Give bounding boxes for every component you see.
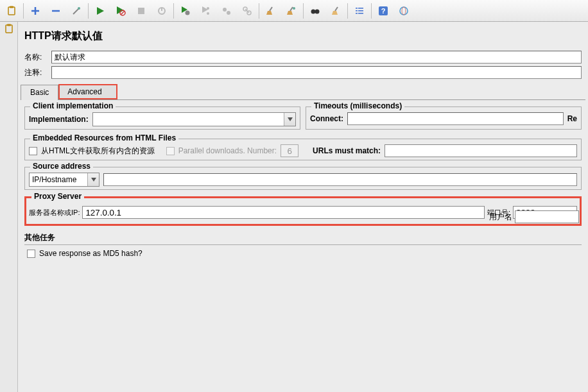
remove-icon[interactable] xyxy=(46,2,65,20)
urls-match-input[interactable] xyxy=(385,144,577,157)
svg-marker-7 xyxy=(97,7,104,15)
embedded-section: Embedded Resources from HTML Files 从HTML… xyxy=(24,139,582,160)
gears-icon[interactable] xyxy=(217,2,236,20)
svg-line-26 xyxy=(290,7,293,11)
svg-point-29 xyxy=(311,9,316,13)
tab-advanced[interactable]: Advanced xyxy=(58,84,117,99)
chevron-down-icon xyxy=(284,113,295,126)
connect-input[interactable] xyxy=(347,112,564,125)
link-icon[interactable] xyxy=(238,2,257,20)
name-label: 名称: xyxy=(24,52,51,63)
md5-checkbox[interactable] xyxy=(27,250,35,258)
svg-point-41 xyxy=(400,7,408,15)
svg-line-31 xyxy=(335,7,338,11)
parallel-downloads-checkbox xyxy=(166,147,175,155)
svg-point-17 xyxy=(207,7,209,10)
svg-text:?: ? xyxy=(381,7,386,15)
main-toolbar: ? xyxy=(0,0,588,22)
play-cluster-icon[interactable] xyxy=(196,2,216,20)
retrieve-resources-checkbox[interactable] xyxy=(29,147,37,155)
svg-point-28 xyxy=(293,7,295,10)
name-input[interactable] xyxy=(51,51,582,64)
svg-point-42 xyxy=(402,7,406,15)
panel-title: HTTP请求默认值 xyxy=(21,26,585,49)
comment-label: 注释: xyxy=(24,67,51,78)
parallel-number-input xyxy=(281,144,298,157)
stop-icon[interactable] xyxy=(132,2,151,20)
svg-point-20 xyxy=(227,11,230,15)
svg-point-18 xyxy=(207,12,209,15)
clipboard-icon[interactable] xyxy=(4,24,14,34)
svg-rect-34 xyxy=(358,8,363,9)
tab-basic[interactable]: Basic xyxy=(21,85,58,100)
proxy-user-input[interactable] xyxy=(515,210,579,223)
embedded-legend: Embedded Resources from HTML Files xyxy=(30,133,178,142)
play-no-icon[interactable] xyxy=(111,2,130,20)
svg-rect-35 xyxy=(356,10,358,12)
proxy-server-input[interactable] xyxy=(82,206,484,219)
wand-icon[interactable] xyxy=(67,2,86,20)
retrieve-resources-label: 从HTML文件获取所有内含的资源 xyxy=(41,146,155,157)
svg-point-15 xyxy=(186,10,190,15)
connect-label: Connect: xyxy=(310,114,343,123)
implementation-label: Implementation: xyxy=(29,115,89,124)
implementation-combo[interactable] xyxy=(92,112,296,126)
shutdown-icon[interactable] xyxy=(152,2,171,20)
broom1-icon[interactable] xyxy=(261,2,281,20)
response-label: Re xyxy=(567,114,577,123)
binoculars-icon[interactable] xyxy=(306,2,325,20)
broom3-icon[interactable] xyxy=(326,2,345,20)
svg-rect-36 xyxy=(358,10,363,12)
svg-rect-44 xyxy=(7,24,11,26)
proxy-user-label: 用户名 xyxy=(489,212,512,223)
client-impl-legend: Client implementation xyxy=(30,101,116,110)
svg-marker-45 xyxy=(288,117,293,121)
chevron-down-icon xyxy=(87,173,99,186)
svg-rect-33 xyxy=(356,8,358,9)
svg-point-30 xyxy=(315,9,320,13)
play-gear-icon[interactable] xyxy=(176,2,195,20)
timeouts-legend: Timeouts (milliseconds) xyxy=(311,101,404,110)
svg-rect-37 xyxy=(356,13,358,14)
timeouts-section: Timeouts (milliseconds) Connect: Re xyxy=(306,107,582,130)
proxy-server-label: 服务器名称或IP: xyxy=(29,208,80,217)
globe-icon[interactable] xyxy=(394,2,413,20)
svg-rect-11 xyxy=(138,8,144,14)
source-address-input[interactable] xyxy=(103,173,577,186)
svg-rect-38 xyxy=(358,13,363,14)
urls-match-label: URLs must match: xyxy=(313,146,381,155)
proxy-server-legend: Proxy Server xyxy=(31,192,84,201)
list1-icon[interactable] xyxy=(350,2,369,20)
clipboard-icon[interactable] xyxy=(2,2,21,20)
comment-input[interactable] xyxy=(51,66,582,79)
tree-sidebar xyxy=(0,22,18,392)
svg-marker-27 xyxy=(287,11,293,15)
svg-rect-1 xyxy=(10,6,13,8)
config-tabs: Basic Advanced xyxy=(21,84,585,100)
play-icon[interactable] xyxy=(91,2,110,20)
broom2-icon[interactable] xyxy=(282,2,301,20)
svg-marker-25 xyxy=(266,11,272,15)
client-impl-section: Client implementation Implementation: xyxy=(24,107,300,130)
source-type-combo[interactable]: IP/Hostname xyxy=(29,173,99,187)
svg-point-6 xyxy=(78,7,80,10)
source-address-section: Source address IP/Hostname xyxy=(24,167,582,190)
md5-label: Save response as MD5 hash? xyxy=(39,249,143,258)
svg-rect-0 xyxy=(8,7,15,15)
other-tasks-title: 其他任务 xyxy=(24,232,582,245)
svg-marker-16 xyxy=(202,6,208,13)
other-tasks-section: 其他任务 Save response as MD5 hash? xyxy=(24,232,582,262)
svg-marker-32 xyxy=(332,11,338,15)
svg-marker-46 xyxy=(91,178,96,182)
svg-point-19 xyxy=(223,8,227,12)
help-icon[interactable]: ? xyxy=(374,2,393,20)
svg-line-24 xyxy=(270,7,272,11)
source-address-legend: Source address xyxy=(30,162,93,171)
svg-rect-43 xyxy=(6,25,12,33)
parallel-downloads-label: Parallel downloads. Number: xyxy=(178,146,277,155)
add-icon[interactable] xyxy=(26,2,45,20)
main-panel: HTTP请求默认值 名称: 注释: Basic Advanced Client … xyxy=(18,22,588,392)
